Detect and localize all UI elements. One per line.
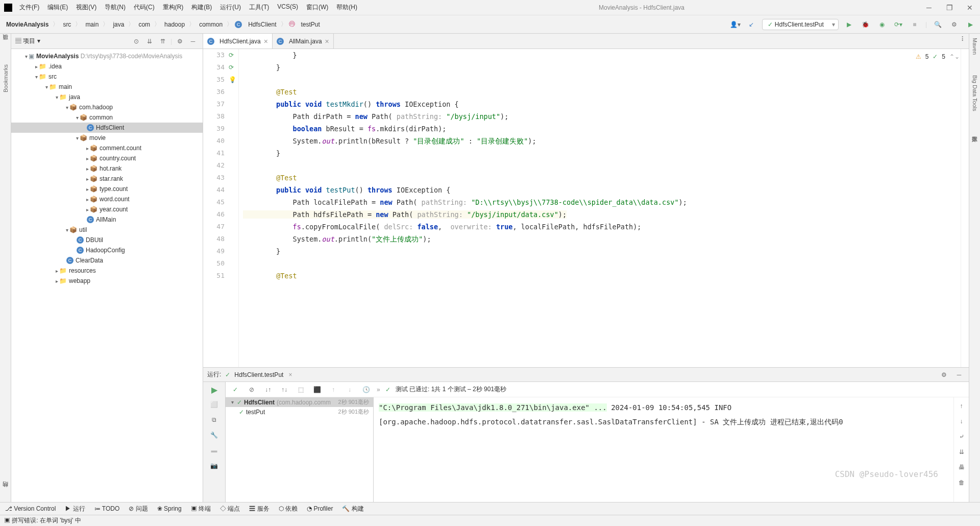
bigdata-tool-button[interactable]: Big Data Tools	[972, 75, 978, 111]
services-button[interactable]: ☰ 服务	[249, 505, 269, 513]
tree-item[interactable]: CDBUtil	[11, 235, 203, 245]
tree-item[interactable]: CAllMain	[11, 214, 203, 225]
code-editor[interactable]: } } @Test public void testMkdir() throws…	[239, 49, 961, 367]
breadcrumb-project[interactable]: MovieAnalysis	[4, 20, 51, 29]
settings-icon[interactable]: 🔧	[209, 429, 220, 441]
user-icon[interactable]: 👤▾	[729, 19, 741, 30]
gear-icon[interactable]: ⚙	[174, 36, 185, 47]
profiler-button[interactable]: ◔ Profiler	[307, 505, 333, 512]
breadcrumb-java[interactable]: java	[111, 20, 126, 29]
build-button[interactable]: 🔨 构建	[342, 505, 363, 513]
tree-item[interactable]: ▸📦country.count	[11, 153, 203, 163]
hide-icon[interactable]: ─	[953, 369, 965, 380]
menu-view[interactable]: 视图(V)	[73, 2, 100, 13]
wrap-icon[interactable]: ⤶	[956, 431, 967, 442]
up-icon[interactable]: ↑	[328, 384, 339, 395]
tree-item[interactable]: ▾📁java	[11, 92, 203, 102]
hide-icon[interactable]: ─	[187, 36, 199, 47]
breadcrumb-hadoop[interactable]: hadoop	[162, 20, 187, 29]
breakpoints-button[interactable]: ◇ 端点	[220, 505, 240, 513]
close-icon[interactable]: ×	[288, 371, 292, 378]
stop-button[interactable]: ■	[909, 19, 920, 30]
menu-navigate[interactable]: 导航(N)	[102, 2, 129, 13]
tree-item[interactable]: ▾📦common	[11, 112, 203, 123]
run-gutter-icon[interactable]: ⟳	[229, 61, 238, 74]
todo-button[interactable]: ≔ TODO	[94, 505, 120, 512]
tree-item[interactable]: ▾📁src	[11, 71, 203, 82]
menu-file[interactable]: 文件(F)	[16, 2, 42, 13]
tree-item[interactable]: ▾📦movie	[11, 133, 203, 143]
minimize-button[interactable]: ─	[923, 4, 935, 12]
expand-icon[interactable]: ⬚	[295, 384, 306, 395]
rerun-button[interactable]: ▶	[211, 385, 217, 395]
menu-refactor[interactable]: 重构(R)	[160, 2, 187, 13]
breadcrumb-method[interactable]: testPut	[299, 20, 322, 29]
tree-item[interactable]: ▸📦hot.rank	[11, 163, 203, 174]
breadcrumb-common[interactable]: common	[197, 20, 225, 29]
sort-icon[interactable]: ↑↓	[279, 384, 290, 395]
collapse-all-icon[interactable]: ⇈	[157, 36, 168, 47]
tree-root[interactable]: ▾▣MovieAnalysis D:\rtsy\bysj\7738-code\M…	[11, 51, 203, 61]
tree-item[interactable]: CClearData	[11, 255, 203, 266]
tree-item[interactable]: ▸📦year.count	[11, 204, 203, 214]
tree-item[interactable]: ▾📦util	[11, 225, 203, 235]
tree-item[interactable]: ▸📁resources	[11, 266, 203, 276]
menu-window[interactable]: 窗口(W)	[303, 2, 331, 13]
tab-active[interactable]: CHdfsClient.java×	[203, 34, 273, 49]
run-configuration-dropdown[interactable]: ✓ HdfsClient.testPut ▾	[762, 19, 838, 30]
tree-item[interactable]: ▸📦word.count	[11, 194, 203, 204]
tree-item-selected[interactable]: CHdfsClient	[11, 123, 203, 133]
deps-button[interactable]: ⬡ 依赖	[279, 505, 298, 513]
breadcrumb-com[interactable]: com	[136, 20, 152, 29]
gear-icon[interactable]: ⚙	[938, 369, 949, 380]
tree-item[interactable]: ▸📦comment.count	[11, 143, 203, 153]
breadcrumb-main[interactable]: main	[83, 20, 101, 29]
tab-options-icon[interactable]: ⠇	[958, 34, 969, 45]
show-passed-icon[interactable]: ✓	[230, 384, 241, 395]
sort-icon[interactable]: ↓↑	[262, 384, 274, 395]
settings-icon[interactable]: ⚙	[948, 19, 960, 30]
tree-item[interactable]: ▾📦com.hadoop	[11, 102, 203, 112]
stop-icon[interactable]: ⬜	[209, 399, 220, 410]
test-tree[interactable]: ▾✓ HdfsClient(com.hadoop.comm 2秒 901毫秒 ✓…	[226, 397, 374, 502]
scroll-icon[interactable]: ⇊	[956, 446, 967, 458]
bulb-icon[interactable]: 💡	[229, 74, 238, 86]
spring-button[interactable]: ❀ Spring	[157, 505, 182, 512]
menu-edit[interactable]: 编辑(E)	[44, 2, 71, 13]
history-icon[interactable]: 🕓	[360, 384, 372, 395]
tab-inactive[interactable]: CAllMain.java×	[273, 34, 334, 49]
problems-button[interactable]: ⊘ 问题	[129, 505, 148, 513]
tree-item[interactable]: ▸📁.idea	[11, 61, 203, 71]
debug-button[interactable]: 🐞	[860, 19, 871, 30]
pin-icon[interactable]: ▬	[209, 445, 220, 456]
maven-tool-button[interactable]: Maven	[972, 38, 978, 55]
show-ignored-icon[interactable]: ⊘	[246, 384, 257, 395]
close-icon[interactable]: ×	[264, 37, 268, 45]
tree-item[interactable]: ▸📦star.rank	[11, 174, 203, 184]
profile-button[interactable]: ⟳▾	[893, 19, 904, 30]
test-method-row[interactable]: ✓ testPut 2秒 901毫秒	[226, 407, 373, 417]
menu-help[interactable]: 帮助(H)	[333, 2, 360, 13]
search-icon[interactable]: 🔍	[932, 19, 943, 30]
close-button[interactable]: ✕	[964, 4, 976, 12]
layout-icon[interactable]: ⧉	[209, 414, 220, 425]
menu-build[interactable]: 构建(B)	[188, 2, 215, 13]
menu-run[interactable]: 运行(U)	[217, 2, 244, 13]
version-control-button[interactable]: ⎇ Version Control	[5, 505, 56, 512]
tree-item[interactable]: ▾📁main	[11, 82, 203, 92]
menu-tools[interactable]: 工具(T)	[246, 2, 272, 13]
down-icon[interactable]: ↓	[344, 384, 355, 395]
down-icon[interactable]: ↓	[956, 416, 967, 427]
camera-icon[interactable]: 📷	[209, 460, 220, 471]
select-open-file-icon[interactable]: ⊙	[131, 36, 142, 47]
play-icon[interactable]: ▶	[965, 19, 976, 30]
breadcrumb-src[interactable]: src	[61, 20, 73, 29]
editor-scrollbar[interactable]	[961, 49, 969, 367]
print-icon[interactable]: 🖶	[956, 462, 967, 473]
bookmarks-tool-button[interactable]: Bookmarks	[3, 64, 9, 92]
editor-body[interactable]: 33343536 37383940 41424344 45464748 4950…	[203, 49, 969, 367]
run-button[interactable]: ▶ 运行	[65, 505, 85, 513]
test-class-row[interactable]: ▾✓ HdfsClient(com.hadoop.comm 2秒 901毫秒	[226, 397, 373, 407]
run-button[interactable]: ▶	[844, 19, 855, 30]
back-icon[interactable]: ↙	[746, 19, 757, 30]
